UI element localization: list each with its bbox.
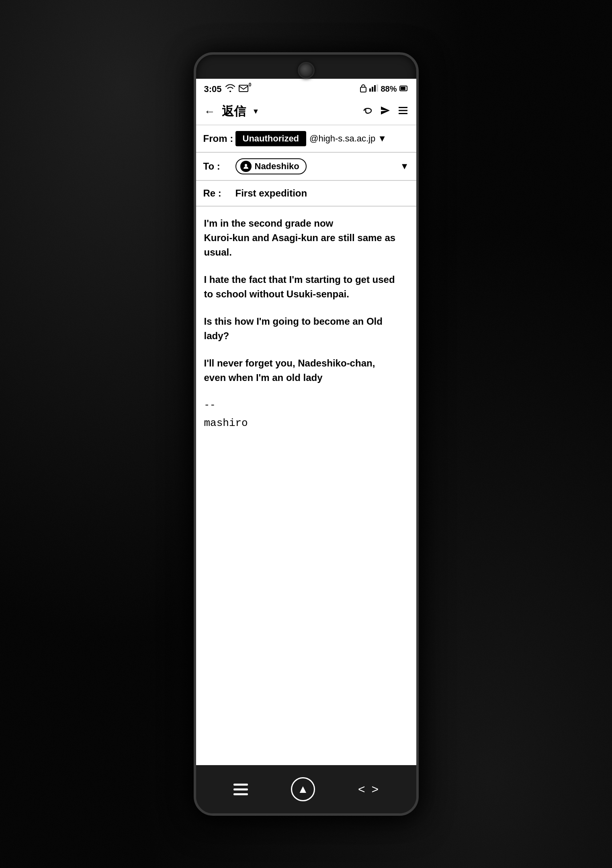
attach-icon[interactable] bbox=[362, 106, 373, 118]
status-right: 88% bbox=[360, 84, 408, 94]
sender-email: @high-s.sa.ac.jp ▼ bbox=[309, 133, 387, 144]
nav-arrows: < > bbox=[358, 782, 379, 796]
to-dropdown-arrow[interactable]: ▼ bbox=[400, 161, 409, 172]
phone: 3:05 0 bbox=[194, 52, 419, 816]
svg-rect-4 bbox=[374, 85, 376, 92]
status-left: 3:05 0 bbox=[204, 84, 248, 94]
to-field: To : Nadeshiko ▼ bbox=[196, 153, 416, 181]
nav-left: ← 返信 ▼ bbox=[204, 103, 260, 120]
bottom-bar: ▲ < > bbox=[196, 765, 416, 813]
svg-point-11 bbox=[245, 164, 247, 166]
from-dropdown-arrow[interactable]: ▼ bbox=[378, 133, 387, 144]
svg-rect-0 bbox=[239, 85, 248, 92]
email-content: From : Unauthorized @high-s.sa.ac.jp ▼ T… bbox=[196, 125, 416, 765]
to-label: To : bbox=[203, 161, 235, 172]
status-bar: 3:05 0 bbox=[196, 79, 416, 98]
avatar-icon bbox=[240, 161, 252, 172]
subject-text: First expedition bbox=[235, 188, 307, 199]
re-label: Re : bbox=[203, 188, 235, 199]
svg-rect-9 bbox=[399, 110, 407, 111]
lock-icon bbox=[360, 84, 367, 94]
phone-wrapper: 3:05 0 bbox=[194, 52, 419, 816]
nav-bar: ← 返信 ▼ bbox=[196, 98, 416, 125]
nav-right bbox=[362, 106, 408, 118]
re-field: Re : First expedition bbox=[196, 181, 416, 207]
recipient-pill[interactable]: Nadeshiko bbox=[235, 158, 307, 174]
from-field: From : Unauthorized @high-s.sa.ac.jp ▼ bbox=[196, 125, 416, 153]
nav-dropdown-arrow[interactable]: ▼ bbox=[252, 107, 260, 116]
svg-rect-5 bbox=[377, 84, 378, 92]
back-nav-button[interactable]: < bbox=[358, 782, 365, 796]
wifi-icon bbox=[225, 84, 235, 94]
mail-badge: 0 bbox=[249, 82, 252, 88]
sender-name-badge: Unauthorized bbox=[235, 131, 307, 146]
body-para4: I'll never forget you, Nadeshiko-chan,ev… bbox=[204, 356, 408, 385]
signal-icon bbox=[369, 84, 378, 94]
svg-rect-8 bbox=[399, 107, 407, 108]
from-label: From : bbox=[203, 133, 235, 144]
email-body: I'm in the second grade nowKuroi-kun and… bbox=[196, 207, 416, 765]
forward-nav-button[interactable]: > bbox=[371, 782, 379, 796]
battery-icon bbox=[399, 84, 408, 94]
svg-rect-2 bbox=[369, 88, 371, 92]
mail-icon: 0 bbox=[239, 84, 248, 94]
home-button[interactable]: ▲ bbox=[291, 777, 315, 801]
body-para2: I hate the fact that I'm starting to get… bbox=[204, 272, 408, 301]
svg-rect-10 bbox=[399, 113, 407, 114]
menu-icon[interactable] bbox=[398, 106, 408, 117]
body-para1: I'm in the second grade nowKuroi-kun and… bbox=[204, 216, 408, 260]
svg-rect-1 bbox=[360, 87, 366, 92]
body-para3: Is this how I'm going to become an Old l… bbox=[204, 314, 408, 343]
svg-rect-3 bbox=[372, 87, 373, 92]
signature-dash: -- bbox=[204, 398, 408, 412]
time-display: 3:05 bbox=[204, 84, 222, 94]
battery-percent: 88% bbox=[381, 84, 397, 94]
back-button[interactable]: ← bbox=[204, 105, 215, 118]
home-arrow-icon: ▲ bbox=[297, 783, 309, 796]
send-icon[interactable] bbox=[380, 106, 391, 118]
recent-apps-button[interactable] bbox=[233, 784, 248, 795]
signature: mashiro bbox=[204, 416, 408, 431]
nav-title: 返信 bbox=[222, 103, 246, 120]
svg-rect-7 bbox=[401, 87, 405, 90]
recipient-name: Nadeshiko bbox=[255, 161, 299, 172]
